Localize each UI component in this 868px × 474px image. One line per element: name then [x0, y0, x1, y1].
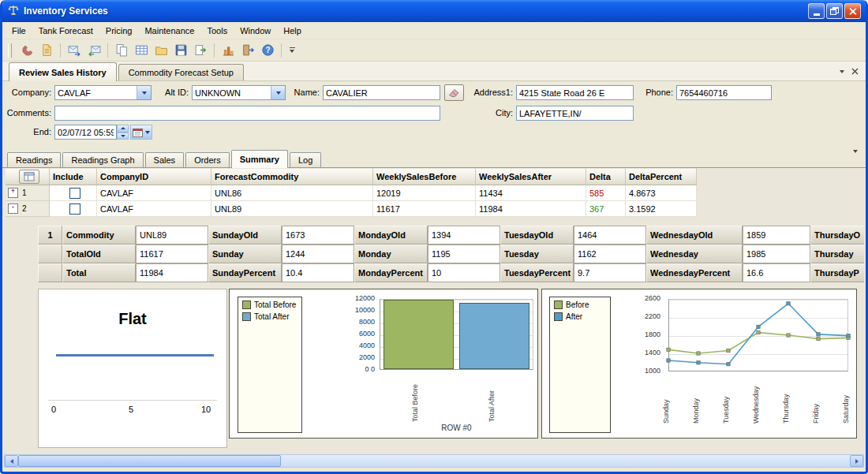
column-header-forecastcommodity[interactable]: ForecastCommodity [211, 168, 373, 185]
tab-overflow-dropdown-icon[interactable] [853, 150, 858, 162]
detail-value[interactable]: UNL89 [136, 226, 208, 244]
column-header-delta[interactable]: Delta [586, 168, 626, 185]
column-header-include[interactable]: Include [50, 168, 97, 185]
include-checkbox[interactable] [69, 188, 80, 199]
city-field[interactable] [516, 106, 634, 121]
table-row[interactable]: -2 CAVLAF UNL89 11617 11984 367 3.1592 [6, 201, 697, 217]
spin-up-button[interactable] [117, 125, 129, 132]
detail-value[interactable]: 1394 [428, 226, 500, 244]
copy-icon[interactable] [113, 42, 130, 59]
address1-label: Address1: [471, 88, 513, 97]
cell-weeklysalesbefore[interactable]: 11617 [373, 201, 476, 217]
detail-value[interactable]: 1195 [428, 244, 500, 263]
menu-file[interactable]: File [6, 24, 32, 38]
column-header-deltapercent[interactable]: DeltaPercent [626, 168, 697, 185]
toolbar-overflow-button[interactable] [286, 42, 297, 59]
company-combo[interactable] [54, 85, 152, 100]
tab-readings[interactable]: Readings [7, 152, 61, 167]
detail-value[interactable]: 1244 [282, 244, 354, 263]
scroll-right-button[interactable] [850, 455, 863, 467]
column-header-weeklysalesafter[interactable]: WeeklySalesAfter [476, 168, 586, 185]
tab-log[interactable]: Log [290, 152, 321, 167]
flat-chart-title: Flat [39, 310, 226, 328]
menu-help[interactable]: Help [277, 24, 308, 38]
cell-companyid[interactable]: CAVLAF [97, 185, 211, 201]
cell-weeklysalesafter[interactable]: 11984 [476, 201, 586, 217]
save-icon[interactable] [172, 42, 189, 59]
alt-id-dropdown-button[interactable] [271, 86, 285, 99]
minimize-button[interactable] [808, 3, 825, 19]
address1-field[interactable] [516, 85, 634, 100]
chart-icon[interactable] [219, 42, 237, 59]
calendar-dropdown-button[interactable] [130, 125, 152, 140]
menu-pricing[interactable]: Pricing [99, 24, 139, 38]
close-button[interactable] [844, 3, 861, 19]
include-checkbox[interactable] [69, 203, 80, 215]
tab-list-dropdown-icon[interactable] [840, 70, 844, 73]
tab-readings-graph[interactable]: Readings Graph [62, 152, 143, 167]
expand-row-button[interactable]: + [8, 188, 18, 198]
detail-value[interactable]: 11617 [136, 244, 208, 263]
column-header-weeklysalesbefore[interactable]: WeeklySalesBefore [373, 168, 476, 185]
exit-icon[interactable] [239, 42, 256, 59]
cell-weeklysalesbefore[interactable]: 12019 [373, 185, 476, 201]
tab-commodity-forecast-setup[interactable]: Commodity Forecast Setup [118, 64, 244, 80]
tab-orders[interactable]: Orders [185, 152, 230, 167]
cell-forecastcommodity[interactable]: UNL86 [211, 185, 373, 201]
menu-maintenance[interactable]: Maintenance [138, 24, 200, 38]
cell-deltapercent[interactable]: 3.1592 [626, 201, 697, 217]
tab-close-icon[interactable] [851, 67, 859, 77]
cell-delta[interactable]: 367 [586, 201, 626, 217]
alt-id-combo[interactable] [192, 85, 286, 100]
detail-label: ThursdayO [810, 226, 864, 244]
scroll-left-button[interactable] [5, 455, 18, 467]
menu-window[interactable]: Window [234, 24, 277, 38]
cell-forecastcommodity[interactable]: UNL89 [211, 201, 373, 217]
detail-value[interactable]: 1464 [574, 226, 646, 244]
tab-summary[interactable]: Summary [231, 150, 288, 168]
menu-tank-forecast[interactable]: Tank Forecast [32, 24, 99, 38]
mail-receive-icon[interactable] [85, 42, 103, 59]
spin-down-button[interactable] [117, 132, 129, 140]
folder-icon[interactable] [152, 42, 170, 59]
phone-icon[interactable] [18, 42, 36, 59]
column-header-companyid[interactable]: CompanyID [97, 168, 211, 185]
cell-deltapercent[interactable]: 4.8673 [626, 185, 697, 201]
cell-companyid[interactable]: CAVLAF [97, 201, 211, 217]
mail-send-icon[interactable] [65, 42, 83, 59]
detail-value[interactable]: 16.6 [743, 263, 810, 282]
tab-sales[interactable]: Sales [145, 152, 185, 167]
table-icon[interactable] [133, 42, 150, 59]
company-input[interactable] [55, 86, 137, 99]
grid-corner-header[interactable] [6, 168, 50, 185]
detail-value[interactable]: 1673 [282, 226, 354, 244]
horizontal-scrollbar[interactable] [4, 454, 864, 468]
detail-value[interactable]: 10 [428, 263, 500, 282]
detail-value[interactable]: 11984 [136, 263, 208, 282]
end-datetime-field[interactable] [54, 125, 117, 140]
detail-value[interactable]: 10.4 [282, 263, 354, 282]
bar-chart-plot [380, 299, 533, 370]
alt-id-input[interactable] [193, 86, 271, 99]
collapse-row-button[interactable]: - [8, 203, 18, 214]
tab-review-sales-history[interactable]: Review Sales History [9, 62, 117, 81]
detail-value[interactable]: 9.7 [574, 263, 646, 282]
detail-value[interactable]: 1985 [743, 244, 810, 263]
report-icon[interactable] [38, 42, 55, 59]
scrollbar-thumb[interactable] [18, 455, 281, 467]
detail-value[interactable]: 1859 [743, 226, 810, 244]
company-dropdown-button[interactable] [137, 86, 151, 99]
restore-button[interactable] [826, 3, 843, 19]
comments-field[interactable] [54, 106, 440, 121]
menu-tools[interactable]: Tools [200, 24, 234, 38]
detail-value[interactable]: 1162 [574, 244, 646, 263]
cell-delta[interactable]: 585 [586, 185, 626, 201]
export-icon[interactable] [192, 42, 209, 59]
titlebar[interactable]: Inventory Services [2, 0, 866, 22]
table-row[interactable]: +1 CAVLAF UNL86 12019 11434 585 4.8673 [6, 185, 697, 201]
name-field[interactable] [323, 85, 440, 100]
phone-field[interactable] [676, 85, 772, 100]
cell-weeklysalesafter[interactable]: 11434 [476, 185, 586, 201]
clear-button[interactable] [444, 84, 464, 101]
help-icon[interactable]: ? [259, 42, 276, 59]
